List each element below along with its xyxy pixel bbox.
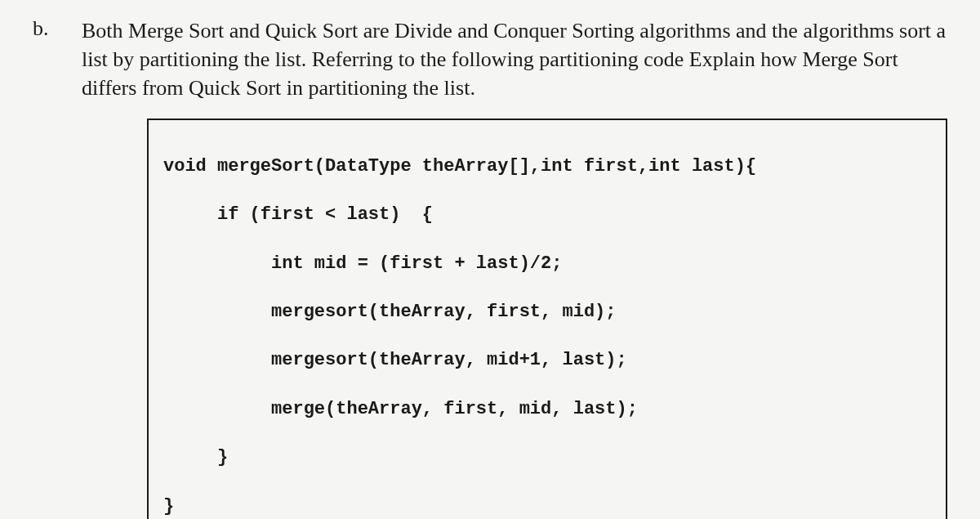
question-text: Both Merge Sort and Quick Sort are Divid… (82, 16, 947, 102)
question-label: b. (33, 16, 57, 519)
code-line: } (163, 494, 931, 519)
question-content: Both Merge Sort and Quick Sort are Divid… (82, 16, 947, 519)
code-line: int mid = (first + last)/2; (163, 252, 931, 276)
mergesort-code-block: void mergeSort(DataType theArray[],int f… (147, 119, 947, 519)
code-line: } (163, 445, 931, 470)
code-line: merge(theArray, first, mid, last); (163, 397, 931, 422)
code-line: void mergeSort(DataType theArray[],int f… (163, 154, 931, 179)
code-line: mergesort(theArray, mid+1, last); (163, 348, 931, 373)
question-container: b. Both Merge Sort and Quick Sort are Di… (33, 16, 947, 519)
code-line: mergesort(theArray, first, mid); (163, 300, 931, 324)
code-line: if (first < last) { (163, 203, 931, 227)
